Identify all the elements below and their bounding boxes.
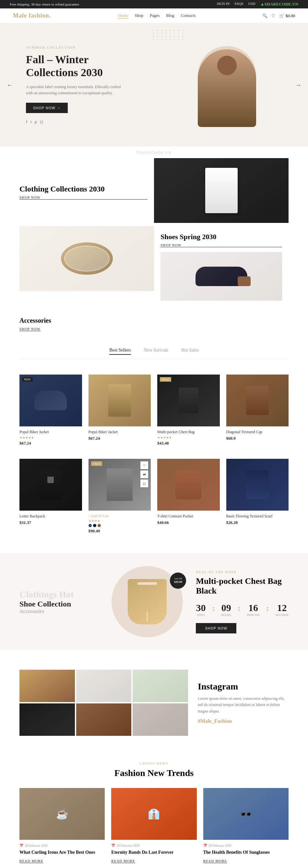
nav-shop[interactable]: Shop (135, 13, 143, 19)
product-image-3: SALE (157, 375, 220, 426)
currency-selector[interactable]: USD (248, 2, 255, 7)
news-title: Fashion New Trends (20, 768, 288, 778)
shoes-shop-now[interactable]: SHOP NOW (161, 243, 282, 247)
twitter-icon[interactable]: t (30, 120, 31, 124)
countdown-seconds: 12 Seconds (275, 602, 288, 617)
eye-icon-6[interactable]: ◻ (140, 479, 148, 487)
cart-icon[interactable]: 🛒 $0.00 (279, 13, 295, 19)
brand-icon: ▲SHARECODE.VN (260, 2, 298, 7)
insta-img-1[interactable] (20, 670, 75, 702)
insta-img-3[interactable] (133, 670, 188, 702)
deal-sale-tag: Sale Off $29.99 (170, 572, 186, 589)
product-stars-3: ★★★★★ (157, 436, 220, 439)
faqs-link[interactable]: FAQS (234, 2, 243, 7)
news-card-3: 🕶️ 📅 28 February 2020 The Health Benefit… (203, 788, 288, 864)
search-icon[interactable]: 🔍 (262, 13, 268, 19)
product-price-2: $67.24 (88, 436, 151, 441)
product-card-1: NEW Popul Biker Jacket ★★★★★ $67.24 (20, 375, 82, 446)
hero-text: SUMMER COLLECTION Fall – Winter Collecti… (26, 45, 123, 125)
deal-section: Clothings Hot Shoe Collection Accessorie… (0, 553, 308, 650)
product-card-2: Popul Biker Jacket $67.24 (88, 375, 151, 446)
tab-new-arrivals[interactable]: New Arrivals (144, 348, 168, 355)
collections-section: Clothing Collections 2030 SHOP NOW (0, 158, 308, 226)
color-dot-blue[interactable] (88, 524, 92, 527)
deal-shop-button[interactable]: SHOP NOW (196, 623, 236, 633)
add-to-cart-6[interactable]: + Add To Cart (88, 514, 151, 518)
product-name-3: Multi-pocket Chest Bag (157, 430, 220, 434)
facebook-icon[interactable]: f (26, 120, 27, 124)
hero-description: A specialist label creating luxury essen… (26, 84, 123, 96)
top-bar: Free shipping. 30-day return or refund g… (0, 0, 308, 8)
nav-pages[interactable]: Pages (150, 13, 160, 19)
product-image-7 (157, 459, 220, 510)
news-card-1: ☕ 📅 28 February 2020 What Curling Irons … (20, 788, 105, 864)
deal-of-week-label: DEAL OF THE WEEK (196, 570, 288, 574)
deal-right: DEAL OF THE WEEK Multi-pocket Chest Bag … (196, 570, 288, 633)
product-card-7: T-shirt Contrast Pocket $49.66 (157, 459, 220, 534)
nav-home[interactable]: Home (118, 13, 128, 19)
clothing-image (154, 158, 288, 223)
insta-img-5[interactable] (76, 704, 132, 736)
news-image-3: 🕶️ (203, 788, 288, 840)
clothing-shop-now[interactable]: SHOP NOW (20, 195, 147, 199)
nav-blog[interactable]: Blog (166, 13, 174, 19)
accessories-label-section: Accessories SHOP NOW (0, 317, 308, 335)
news-label: LATEST NEWS (20, 762, 288, 765)
hero-dots-pattern (153, 30, 185, 40)
product-image-8 (226, 459, 289, 510)
news-image-2: 👔 (111, 788, 196, 840)
product-image-1: NEW (20, 375, 82, 426)
insta-img-2[interactable] (76, 670, 132, 702)
hero-prev-button[interactable]: ← (6, 81, 13, 89)
news-title-2: Eternity Bands Do Last Forever (111, 849, 196, 856)
tab-best-sellers[interactable]: Best Sellers (109, 348, 131, 355)
news-read-more-3[interactable]: READ MORE (203, 859, 227, 863)
top-bar-right: SIGN IN FAQS USD ▲SHARECODE.VN (217, 2, 298, 7)
product-name-4: Diagonal Textured Cap (226, 430, 289, 434)
instagram-icon[interactable]: ◻ (40, 120, 43, 124)
instagram-grid (20, 670, 188, 736)
navbar-nav: Home Shop Pages Blog Contacts (118, 13, 196, 19)
color-dot-brown[interactable] (97, 524, 101, 527)
news-read-more-2[interactable]: READ MORE (111, 859, 135, 863)
color-dots-6 (88, 524, 151, 527)
hero-next-button[interactable]: → (295, 81, 302, 89)
product-name-7: T-shirt Contrast Pocket (157, 514, 220, 519)
accessories-shop-now[interactable]: SHOP NOW (20, 327, 40, 331)
wishlist-icons-6[interactable]: ♡ ⇄ ◻ (140, 461, 148, 487)
product-badge-3: SALE (160, 377, 171, 382)
countdown-hours: 09 Hours (221, 602, 231, 617)
signin-link[interactable]: SIGN IN (217, 2, 229, 7)
wishlist-icon[interactable]: ♡ (271, 13, 275, 19)
countdown-days: 30 Days (196, 602, 205, 617)
deal-product-image: Sale Off $29.99 (112, 566, 183, 637)
navbar-logo: Male fashion. (13, 12, 51, 19)
color-dot-black[interactable] (93, 524, 96, 527)
instagram-text: Instagram Lorem ipsum dolor sit amet, co… (198, 681, 288, 724)
deal-product-name: Multi-pocket Chest Bag Black (196, 577, 288, 596)
nav-contacts[interactable]: Contacts (181, 13, 196, 19)
pinterest-icon[interactable]: p (35, 120, 37, 124)
product-name-2: Popul Biker Jacket (88, 430, 151, 434)
deal-label-accessories: Accessories (20, 609, 99, 614)
news-read-more-1[interactable]: READ MORE (20, 859, 43, 863)
product-badge-1: NEW (22, 377, 33, 382)
news-grid: ☕ 📅 28 February 2020 What Curling Irons … (20, 788, 288, 864)
shoes-collection: Shoes Spring 2030 SHOP NOW (154, 226, 288, 307)
product-card-5: Letter Backpack $31.37 (20, 459, 82, 534)
news-title-1: What Curling Irons Are The Best Ones (20, 849, 105, 856)
product-badge-6: SALE (91, 461, 103, 466)
compare-icon-6[interactable]: ⇄ (140, 470, 148, 478)
product-card-3: SALE Multi-pocket Chest Bag ★★★★★ $43.48 (157, 375, 220, 446)
insta-img-4[interactable] (20, 704, 75, 736)
product-image-4 (226, 375, 289, 426)
products-grid: NEW Popul Biker Jacket ★★★★★ $67.24 Popu… (0, 375, 308, 459)
instagram-hashtag[interactable]: #Male_Fashion (198, 718, 288, 724)
product-image-6: SALE ♡ ⇄ ◻ (88, 459, 151, 510)
heart-icon-6[interactable]: ♡ (140, 461, 148, 469)
insta-img-6[interactable] (133, 704, 188, 736)
tab-hot-sales[interactable]: Hot Sales (181, 348, 199, 355)
deal-bag-image (128, 579, 167, 624)
product-price-5: $31.37 (20, 520, 82, 525)
hero-cta-button[interactable]: SHOP NOW → (26, 103, 68, 113)
